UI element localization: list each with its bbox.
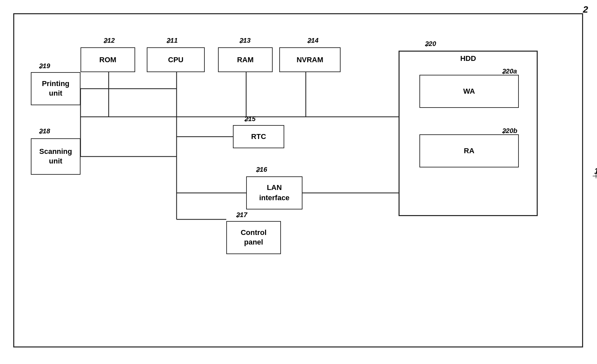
cpu-tick — [165, 37, 175, 44]
svg-line-29 — [426, 42, 430, 47]
printing-label: Printing unit — [42, 79, 69, 98]
hdd-outer-box: HDD WA 220a RA 220b — [399, 51, 538, 216]
printing-tick — [37, 63, 47, 69]
printing-box: Printing unit — [31, 72, 81, 105]
cpu-box: CPU — [147, 47, 205, 72]
svg-line-28 — [503, 129, 507, 134]
rom-label: ROM — [99, 56, 116, 64]
rtc-label: RTC — [251, 132, 266, 141]
rtc-box: RTC — [233, 125, 284, 148]
svg-line-22 — [40, 65, 44, 69]
ram-tick — [238, 37, 248, 44]
svg-line-23 — [40, 130, 44, 134]
hdd-label: HDD — [400, 54, 537, 63]
svg-line-19 — [168, 39, 172, 43]
svg-line-24 — [245, 117, 249, 122]
control-label: Control panel — [241, 228, 266, 247]
svg-line-18 — [105, 39, 109, 43]
rom-box: ROM — [81, 47, 135, 72]
rtc-tick — [243, 116, 253, 165]
ram-label: RAM — [237, 56, 253, 64]
control-tick — [235, 212, 244, 261]
ram-box: RAM — [218, 47, 273, 72]
wa-tick — [501, 68, 511, 118]
outer-frame: 2 ROM 21 — [13, 13, 583, 347]
ref-2-label: 2 — [583, 4, 588, 15]
wa-label: WA — [463, 87, 475, 96]
lan-tick — [254, 166, 264, 216]
nvram-tick — [306, 37, 316, 87]
svg-line-26 — [237, 213, 241, 218]
ra-label: RA — [464, 147, 474, 155]
svg-line-25 — [257, 168, 261, 172]
hdd-tick — [423, 41, 433, 90]
svg-line-27 — [503, 70, 507, 74]
rom-tick — [102, 37, 112, 44]
ref-1-brace — [593, 174, 597, 179]
ra-tick — [501, 128, 511, 177]
cpu-label: CPU — [168, 56, 183, 64]
svg-line-20 — [241, 39, 244, 43]
scanning-tick — [37, 128, 47, 178]
svg-line-21 — [308, 39, 312, 43]
